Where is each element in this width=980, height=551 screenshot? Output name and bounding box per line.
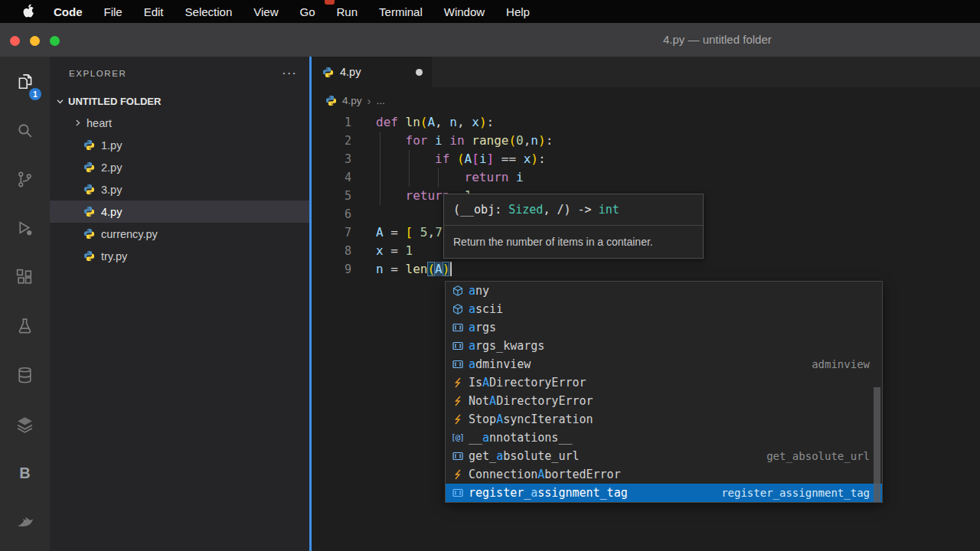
zoom-window-button[interactable] [50, 36, 60, 46]
tree-file-4.py[interactable]: 4.py [50, 201, 309, 223]
activity-letter-b-button[interactable]: B [0, 448, 50, 497]
suggestion-StopAsyncIteration[interactable]: StopAsyncIteration [446, 410, 882, 429]
menu-go[interactable]: Go [289, 5, 326, 18]
folder-section-label: UNTITLED FOLDER [68, 96, 161, 107]
activity-run-debug-button[interactable] [0, 204, 50, 253]
python-icon [322, 67, 334, 78]
menu-view[interactable]: View [243, 5, 289, 18]
sidebar-editor-divider[interactable] [309, 57, 312, 551]
tree-file-currency.py[interactable]: currency.py [50, 223, 309, 245]
menu-file[interactable]: File [93, 5, 133, 18]
breadcrumbs[interactable]: 4.py › ... [312, 87, 980, 113]
suggestion-register_assignment_tag[interactable]: register_assignment_tagregister_assignme… [446, 484, 882, 502]
activity-extensions-button[interactable] [0, 253, 50, 302]
suggestion-__annotations__[interactable]: [@]__annotations__ [446, 429, 882, 447]
apple-icon [23, 4, 35, 20]
text-cursor [450, 262, 452, 276]
explorer-sidebar: EXPLORER ··· UNTITLED FOLDER heart1.py2.… [50, 57, 309, 551]
symbol-annotation-icon: [@] [450, 432, 465, 445]
file-tree: heart1.py2.py3.py4.pycurrency.pytry.py [50, 112, 309, 267]
line-content [365, 205, 376, 223]
folder-section-header[interactable]: UNTITLED FOLDER [50, 90, 309, 112]
tree-folder-heart[interactable]: heart [50, 112, 309, 134]
apple-menu[interactable] [23, 4, 35, 20]
activity-search-button[interactable] [0, 106, 50, 155]
suggestion-ascii[interactable]: ascii [446, 300, 882, 318]
python-icon [83, 139, 95, 152]
activity-testing-button[interactable] [0, 302, 50, 350]
run-debug-icon [15, 219, 34, 238]
letter-b-icon: B [19, 465, 30, 482]
suggestion-args[interactable]: args [446, 318, 882, 337]
suggest-scrollbar-thumb[interactable] [874, 387, 880, 502]
symbol-module-icon [450, 303, 465, 316]
tree-file-1.py[interactable]: 1.py [50, 134, 309, 156]
symbol-variable-icon [450, 450, 465, 463]
close-window-button[interactable] [10, 36, 20, 46]
line-content: def ln(A, n, x): [365, 113, 494, 132]
breadcrumb-more[interactable]: ... [377, 95, 385, 106]
symbol-variable-icon [450, 340, 465, 353]
suggestion-NotADirectoryError[interactable]: NotADirectoryError [446, 392, 882, 410]
activity-source-control-button[interactable] [0, 155, 50, 204]
hover-description: Return the number of items in a containe… [444, 225, 703, 258]
menu-edit[interactable]: Edit [133, 5, 175, 18]
breadcrumb-file[interactable]: 4.py [342, 95, 362, 106]
suggestion-adminview[interactable]: adminviewadminview [446, 355, 882, 373]
suggest-list: anyasciiargsargs_kwargsadminviewadminvie… [446, 282, 882, 502]
unsaved-changes-indicator[interactable] [416, 69, 423, 76]
explorer-more-actions-button[interactable]: ··· [282, 70, 297, 77]
code-editor[interactable]: 1def ln(A, n, x):2 for i in range(0,n):3… [312, 113, 980, 551]
code-line-1[interactable]: 1def ln(A, n, x): [312, 113, 980, 132]
code-line-2[interactable]: 2 for i in range(0,n): [312, 132, 980, 150]
line-content: if (A[i] == x): [365, 150, 546, 168]
code-line-9[interactable]: 9n = len(A) [312, 260, 980, 279]
menu-selection[interactable]: Selection [175, 5, 243, 18]
symbol-variable-icon [450, 358, 465, 371]
suggestion-label: args_kwargs [469, 337, 544, 355]
python-icon [83, 250, 95, 262]
macos-menu-bar: CodeFileEditSelectionViewGoRunTerminalWi… [0, 0, 980, 23]
menu-code[interactable]: Code [43, 5, 93, 18]
suggestion-label: ConnectionAbortedError [469, 465, 621, 484]
activity-bar: 1B [0, 57, 50, 551]
suggestion-detail: adminview [812, 355, 877, 373]
suggestion-label: IsADirectoryError [469, 373, 586, 392]
menu-run[interactable]: Run [326, 5, 369, 18]
suggestion-IsADirectoryError[interactable]: IsADirectoryError [446, 373, 882, 392]
explorer-header: EXPLORER ··· [50, 57, 309, 90]
code-line-3[interactable]: 3 if (A[i] == x): [312, 150, 980, 168]
line-number: 1 [312, 113, 365, 132]
file-label: 2.py [101, 161, 122, 174]
menu-terminal[interactable]: Terminal [368, 5, 433, 18]
window-title-bar[interactable]: 4.py — untitled folder [0, 23, 980, 57]
minimize-window-button[interactable] [30, 36, 40, 46]
activity-layers-button[interactable] [0, 399, 50, 448]
activity-bird-button[interactable] [0, 497, 50, 546]
suggestion-ConnectionAbortedError[interactable]: ConnectionAbortedError [446, 465, 882, 484]
menu-window[interactable]: Window [433, 5, 495, 18]
tree-file-2.py[interactable]: 2.py [50, 156, 309, 178]
activity-explorer-button[interactable]: 1 [0, 57, 50, 106]
suggestion-label: __annotations__ [469, 429, 572, 447]
tab-4py[interactable]: 4.py [312, 57, 432, 87]
tree-file-try.py[interactable]: try.py [50, 245, 309, 267]
chevron-right-icon [74, 119, 82, 127]
menu-help[interactable]: Help [495, 5, 541, 18]
suggestion-args_kwargs[interactable]: args_kwargs [446, 337, 882, 355]
testing-icon [15, 317, 34, 336]
chevron-separator-icon: › [368, 94, 371, 107]
line-number: 3 [312, 150, 365, 168]
suggestion-get_absolute_url[interactable]: get_absolute_urlget_absolute_url [446, 447, 882, 465]
activity-database-button[interactable] [0, 350, 50, 399]
suggestion-any[interactable]: any [446, 282, 882, 300]
symbol-class-icon [450, 468, 465, 481]
file-label: currency.py [101, 228, 158, 240]
file-label: 4.py [101, 206, 122, 218]
code-line-4[interactable]: 4 return i [312, 168, 980, 187]
python-icon [83, 228, 95, 240]
symbol-class-icon [450, 377, 465, 390]
python-icon [83, 206, 95, 218]
indent-guide [438, 168, 439, 187]
tree-file-3.py[interactable]: 3.py [50, 178, 309, 201]
